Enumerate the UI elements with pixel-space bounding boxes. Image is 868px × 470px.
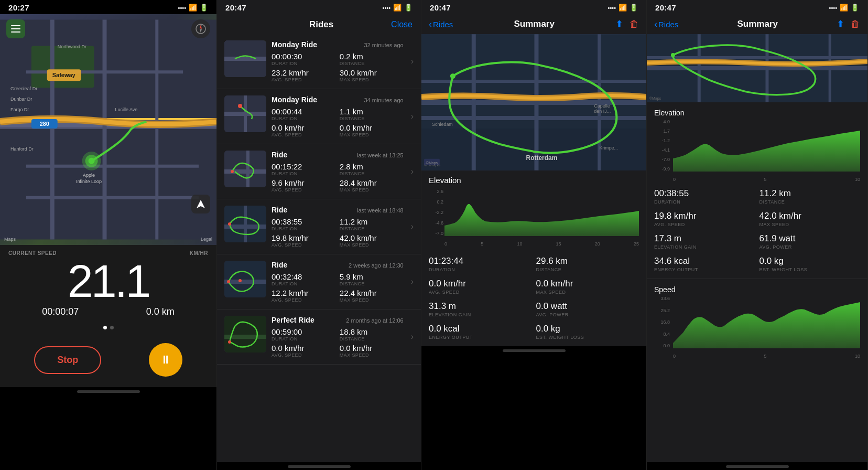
ride-item-4[interactable]: Ride last week at 18:48 00:38:55 DURATIO… [217, 199, 421, 254]
home-indicator-4 [726, 465, 789, 468]
ride-name-5: Ride [272, 261, 287, 269]
ride-name-6: Perfect Ride [272, 316, 314, 324]
summary-header-3: ‹ Rides Summary ⬆ 🗑 [421, 14, 646, 34]
delete-icon-4[interactable]: 🗑 [851, 19, 860, 30]
svg-point-44 [228, 222, 231, 226]
stat-elevgain-3: 31.3 m ELEVATION GAIN [429, 301, 532, 317]
summary-title-4: Summary [737, 19, 777, 29]
x-axis-4: 0 5 10 [673, 177, 860, 182]
ride-header-5: Ride 2 weeks ago at 12:30 [272, 261, 404, 269]
share-icon-3[interactable]: ⬆ [615, 18, 623, 30]
y-axis-3: 2.6 0.2 -2.2 -4.6 -7.0 [429, 189, 443, 236]
svg-point-60 [450, 73, 455, 79]
chevron-4: › [411, 222, 414, 231]
ride-info-2: Monday Ride 34 minutes ago 00:00:44 DURA… [272, 95, 404, 137]
summary-title-3: Summary [514, 19, 554, 29]
chevron-5: › [411, 277, 414, 286]
summary-actions-3: ⬆ 🗑 [615, 18, 639, 30]
speed-value: 21.1 [68, 258, 149, 304]
time-3: 20:47 [430, 3, 451, 12]
back-label-4: Rides [658, 20, 678, 29]
summary-map-svg-3: Schiedam Rotterdam Krimpe... Capelleden … [421, 34, 646, 170]
metric-avgspeed-1: 23.2 km/hr AVG. SPEED [272, 68, 335, 82]
status-icons-3: •••• 📶 🔋 [608, 4, 638, 12]
ride-thumb-3 [224, 151, 266, 187]
legal-btn[interactable]: Legal [201, 237, 212, 242]
svg-text:N: N [200, 24, 202, 27]
kmhr-label: KM/HR [190, 250, 208, 256]
ride-header-4: Ride last week at 18:48 [272, 206, 404, 214]
svg-point-74 [671, 53, 675, 57]
svg-marker-30 [197, 200, 205, 208]
svg-text:Krimpe...: Krimpe... [599, 145, 618, 151]
ride-item-3[interactable]: Ride last week at 13:25 00:15:22 DURATIO… [217, 144, 421, 199]
hamburger-icon [11, 25, 20, 33]
summary-map-svg-4: ©Maps [647, 34, 867, 102]
chevron-6: › [411, 332, 414, 341]
home-indicator-2 [288, 465, 351, 468]
elevation-svg-4 [673, 119, 860, 172]
thumb-map-1 [224, 40, 266, 77]
wifi-icon-1: 📶 [189, 4, 197, 12]
wifi-icon-2: 📶 [393, 4, 402, 12]
location-arrow-btn[interactable] [191, 195, 210, 213]
svg-point-51 [228, 340, 231, 344]
svg-text:©Maps: ©Maps [649, 97, 661, 101]
ride-metrics-1: 00:00:30 DURATION 0.2 km DISTANCE 23.2 k… [272, 52, 404, 82]
hamburger-menu-btn[interactable] [6, 19, 25, 38]
thumb-map-4 [224, 206, 266, 242]
signal-icon-1: •••• [178, 5, 186, 11]
stat-weight-3: 0.0 kg EST. WEIGHT LOSS [536, 324, 639, 340]
status-icons-4: •••• 📶 🔋 [829, 4, 859, 12]
map-view[interactable]: 280 Safeway Apple Infinite Loop Greenlea… [0, 14, 216, 245]
ride-metrics-5: 00:32:48 DURATION 5.9 km DISTANCE 12.2 k… [272, 272, 404, 303]
back-to-rides-btn-4[interactable]: ‹ Rides [654, 19, 678, 30]
stats-grid-4: 00:38:55 DURATION 11.2 km DISTANCE 19.8 … [647, 185, 867, 279]
summary-map-small-4[interactable]: ©Maps [647, 34, 867, 102]
stat-duration-4: 00:38:55 DURATION [654, 188, 755, 205]
compass-btn[interactable]: N [191, 19, 210, 38]
share-icon-4[interactable]: ⬆ [837, 18, 844, 30]
ride-item-6[interactable]: Perfect Ride 2 months ago at 12:06 00:59… [217, 309, 421, 365]
signal-icon-2: •••• [383, 5, 390, 11]
stop-button[interactable]: Stop [34, 346, 101, 374]
ride-item-2[interactable]: Monday Ride 34 minutes ago 00:00:44 DURA… [217, 89, 421, 144]
back-to-rides-btn-3[interactable]: ‹ Rides [429, 19, 453, 30]
elevation-chart-4: 4.0 1.7 -1.2 -4.1 -7.0 -9.9 0 5 10 [654, 119, 860, 182]
svg-text:Lucille Ave: Lucille Ave [115, 107, 137, 112]
summary-map-3[interactable]: Schiedam Rotterdam Krimpe... Capelleden … [421, 34, 646, 170]
maps-watermark: Maps [4, 237, 16, 242]
stat-energy-4: 34.6 kcal ENERGY OUTPUT [654, 256, 755, 272]
svg-rect-37 [224, 151, 266, 187]
ride-name-3: Ride [272, 151, 287, 159]
x-axis-3: 0 5 10 15 20 25 [444, 241, 639, 247]
delete-icon-3[interactable]: 🗑 [630, 19, 639, 30]
stat-avgspeed-3: 0.0 km/hr AVG. SPEED [429, 279, 532, 295]
ride-item[interactable]: Monday Ride 32 minutes ago 00:00:30 DURA… [217, 34, 421, 89]
stat-elevgain-4: 17.3 m ELEVATION GAIN [654, 233, 755, 250]
svg-text:Dunbar Dr: Dunbar Dr [10, 97, 32, 102]
ride-timeago-6: 2 months ago at 12:06 [346, 317, 403, 324]
ride-item-5[interactable]: Ride 2 weeks ago at 12:30 00:32:48 DURAT… [217, 254, 421, 309]
close-button[interactable]: Close [391, 20, 413, 29]
stats-grid-3: 01:23:44 DURATION 29.6 km DISTANCE 0.0 k… [421, 250, 646, 346]
svg-text:Safeway: Safeway [52, 72, 76, 78]
speed-section-4: Speed 33.6 25.2 16.8 [647, 279, 867, 362]
svg-point-48 [238, 279, 242, 282]
screen-rides-list: 20:47 •••• 📶 🔋 Rides Close Monday Ride [217, 0, 421, 470]
elevation-section-3: Elevation 2.6 0.2 -2.2 -4.6 -7.0 [421, 170, 646, 250]
stat-distance-4: 11.2 km DISTANCE [760, 188, 861, 205]
svg-text:Schiedam: Schiedam [432, 122, 453, 127]
svg-text:©Maps: ©Maps [426, 161, 438, 165]
metric-duration-1: 00:00:30 DURATION [272, 52, 335, 66]
status-bar-4: 20:47 •••• 📶 🔋 [647, 0, 867, 14]
stat-distance-3: 29.6 km DISTANCE [536, 256, 639, 272]
back-chevron-3: ‹ [429, 19, 432, 30]
svg-text:Northwood Dr: Northwood Dr [58, 44, 86, 49]
status-icons-2: •••• 📶 🔋 [383, 4, 413, 12]
controls-row: Stop ⏸ [0, 339, 216, 387]
pause-button[interactable]: ⏸ [149, 343, 182, 377]
home-indicator-3 [503, 349, 566, 352]
speed-display: 21.1 [8, 258, 208, 304]
signal-icon-4: •••• [829, 5, 837, 11]
